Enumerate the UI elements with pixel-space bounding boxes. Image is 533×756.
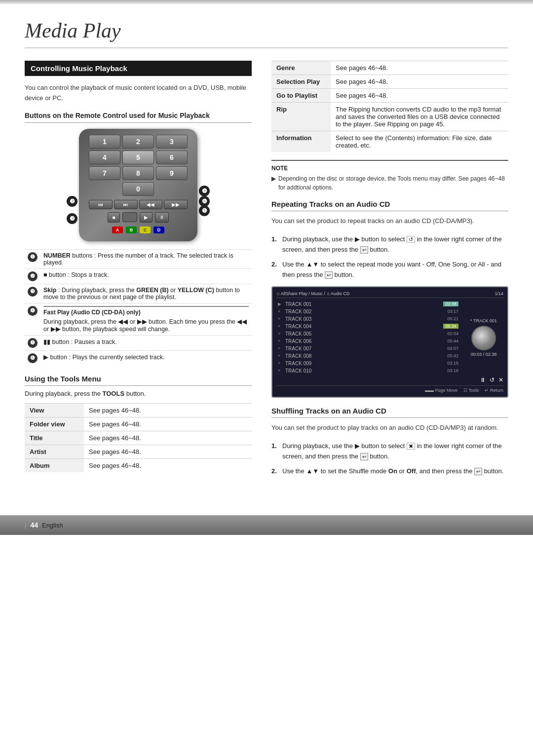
left-column: Controlling Music Playback You can contr… [25,61,252,486]
screen-footer-return: ↵ Return [485,388,503,393]
callout-2: ❷ [67,196,77,207]
controlling-music-heading: Controlling Music Playback [25,61,252,76]
track-006: +TRACK 00605:44 [276,338,460,345]
tools-row-genre: Genre See pages 46~48. [271,61,508,75]
callout-6: ❻ [199,196,210,207]
note-item-1: ▶ Depending on the disc or storage devic… [271,174,508,192]
tools-row-selection-play: Selection Play See pages 46~48. [271,75,508,89]
screen-time: 00:03 / 02:38 [471,352,497,357]
remote-btn-a: A [112,227,123,233]
screen-footer: ▬▬ Page Move ☷ Tools ↵ Return [276,385,503,393]
repeating-tracks-steps: 1. During playback, use the ▶ button to … [271,234,508,280]
note-bullet: ▶ [271,174,276,192]
callout-4: ❹ [199,186,210,196]
step-num-1: 1. [271,234,278,245]
legend-text-2: ■ button : Stops a track. [40,268,252,284]
track-010: +TRACK 01003:16 [276,367,460,375]
tools-menu-heading: Using the Tools Menu [25,375,252,386]
tools-value-rip: The Ripping function converts CD audio t… [331,103,508,131]
shuffle-step-text-2: Use the ▲▼ to set the Shuffle mode On or… [282,466,503,477]
callout-5: ❺ [199,205,210,216]
remote-abcd-row: A B C D [89,227,188,233]
repeating-tracks-section: Repeating Tracks on an Audio CD You can … [271,200,508,398]
legend-num-3: ❸ [28,287,38,297]
tools-label-folder-view: Folder view [25,417,84,431]
screen-x-icon: ✕ [498,377,503,383]
tools-row-view: View See pages 46~48. [25,403,252,417]
repeating-step-1: 1. During playback, use the ▶ button to … [271,234,508,255]
screen-header: ♫ AllShare Play / Music / ♫ Audio CD 1/1… [276,291,503,298]
bottom-pipe: | [25,522,26,529]
remote-stop-btn: ■ [108,212,119,223]
legend-text-6: ▶ button : Plays the currently selected … [40,350,252,366]
tools-menu-text: During playback, press the TOOLS button. [25,390,252,397]
tools-row-artist: Artist See pages 46~48. [25,445,252,458]
legend-num-6: ❻ [28,353,38,363]
remote-key-9: 9 [156,166,188,180]
remote-key-4: 4 [89,151,120,164]
remote-key-2: 2 [122,135,154,149]
screen-footer-tools: ☷ Tools [463,388,479,393]
page-number: 44 [30,521,38,529]
remote-pause-btn: ⏸ [155,212,169,223]
track-007: +TRACK 00704:07 [276,345,460,352]
tools-label-album: Album [25,458,84,472]
repeating-tracks-heading: Repeating Tracks on an Audio CD [271,200,508,211]
remote-key-6: 6 [156,151,188,164]
shuffling-tracks-intro: You can set the product to play tracks o… [271,423,508,433]
remote-fwd-btn: ▶▶ [164,200,188,209]
track-004: +TRACK 00406:34 [276,323,460,330]
step-num-2: 2. [271,260,278,270]
buttons-heading: Buttons on the Remote Control used for M… [25,112,252,123]
shuffling-tracks-heading: Shuffling Tracks on an Audio CD [271,407,508,418]
note-title: NOTE [271,165,508,172]
controlling-music-intro: You can control the playback of music co… [25,83,252,104]
note-block: NOTE ▶ Depending on the disc or storage … [271,160,508,192]
tools-label-selection-play: Selection Play [271,75,331,89]
screen-pause-icon: ⏸ [480,377,486,383]
tools-label-go-to-playlist: Go to Playlist [271,89,331,103]
track-005: +TRACK 00502:54 [276,330,460,338]
legend-row-5: ❺ ▮▮ button : Pauses a track. [25,335,252,350]
remote-legend-table: ❶ NUMBER buttons : Press the number of a… [25,249,252,366]
bottom-language: English [42,522,63,529]
shuffle-step-num-1: 1. [271,441,278,452]
right-column: Genre See pages 46~48. Selection Play Se… [271,61,508,486]
track-003: +TRACK 00305:21 [276,315,460,323]
tools-label-genre: Genre [271,61,331,75]
tools-value-view: See pages 46~48. [84,403,252,417]
remote-prev-btn: ⏮ [89,200,113,209]
remote-key-1: 1 [89,135,120,149]
remote-key-0: 0 [122,182,154,196]
shuffle-step-num-2: 2. [271,466,278,477]
tools-value-information: Select to see the (Contents) information… [331,131,508,152]
shuffling-tracks-steps: 1. During playback, use the ▶ button to … [271,441,508,477]
tools-row-information: Information Select to see the (Contents)… [271,131,508,152]
top-bar [0,0,533,4]
remote-next-btn: ⏭ [114,200,138,209]
remote-key-5: 5 [122,151,154,164]
remote-play-btn: ▶ [140,212,152,223]
remote-body: 1 2 3 4 5 6 7 8 9 0 ⏮ ⏭ [79,129,197,241]
remote-playback-row: ■ ▶ ⏸ [89,212,188,223]
shuffling-step-2: 2. Use the ▲▼ to set the Shuffle mode On… [271,466,508,477]
shuffling-tracks-section: Shuffling Tracks on an Audio CD You can … [271,407,508,477]
screen-header-right: 1/14 [495,291,503,296]
track-008: +TRACK 00805:42 [276,352,460,360]
shuffle-step-text-1: During playback, use the ▶ button to sel… [282,441,508,462]
tools-row-album: Album See pages 46~48. [25,458,252,472]
tools-label-view: View [25,403,84,417]
screen-repeat-icon: ↺ [490,377,495,383]
tools-table-right: Genre See pages 46~48. Selection Play Se… [271,61,508,152]
legend-text-4: Fast Play (Audio CD (CD-DA) only) During… [40,303,252,335]
note-text-1: Depending on the disc or storage device,… [278,174,508,192]
tools-value-album: See pages 46~48. [84,458,252,472]
callout-3: ❸ [67,213,77,224]
legend-num-4: ❹ [28,306,38,316]
tools-value-go-to-playlist: See pages 46~48. [331,89,508,103]
bottom-bar: | 44 English [0,515,533,535]
remote-key-8: 8 [122,166,154,180]
screen-mockup: ♫ AllShare Play / Music / ♫ Audio CD 1/1… [271,286,508,398]
tools-table: View See pages 46~48. Folder view See pa… [25,403,252,472]
legend-text-5: ▮▮ button : Pauses a track. [40,335,252,350]
